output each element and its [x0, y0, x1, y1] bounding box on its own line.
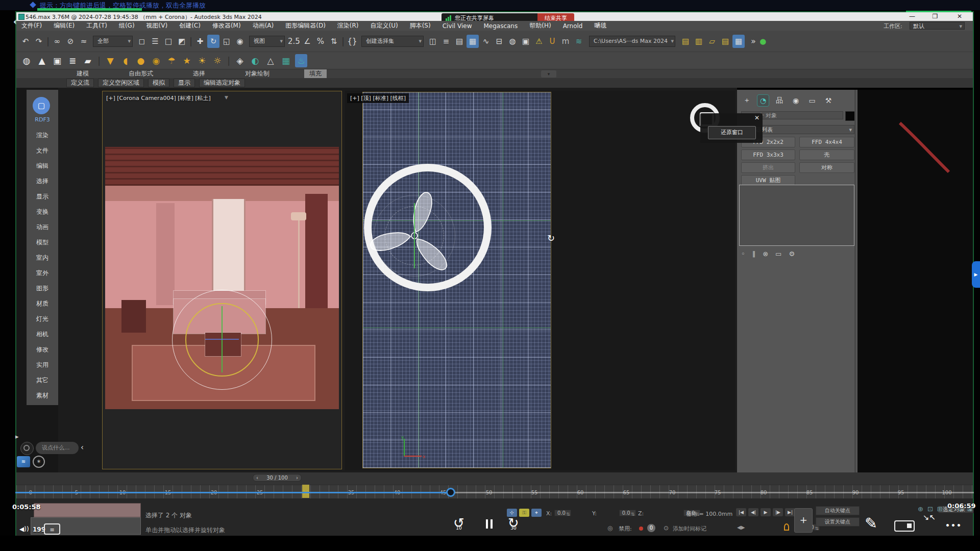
sidebar-item[interactable]: 模型 — [27, 235, 58, 250]
teapot-render-icon[interactable]: ◍ — [20, 54, 33, 67]
menu-item[interactable]: 嗮毯 — [594, 21, 606, 30]
rig-icon[interactable]: △ — [264, 54, 277, 67]
zoom-region-icon[interactable]: ⊞ — [937, 505, 943, 514]
ribbon-subtab[interactable]: 模拟 — [148, 79, 169, 87]
umbrella-light-icon[interactable]: ☂ — [165, 54, 178, 67]
shell-button[interactable]: 壳 — [799, 149, 854, 160]
close-button[interactable]: ✕ — [954, 13, 965, 20]
environment-icon[interactable]: ▲ — [36, 54, 48, 67]
selection-filter-dropdown[interactable]: 全部 — [93, 36, 133, 47]
annotate-pencil-icon[interactable]: ✎ — [865, 514, 877, 532]
angle-snap-icon[interactable]: ∠ — [301, 35, 313, 48]
transport-button[interactable]: ▶ — [761, 508, 771, 516]
forward-30-button[interactable]: ↻ 30 — [508, 516, 519, 531]
danmaku-icon[interactable]: ≡ — [44, 523, 60, 535]
menu-item[interactable]: 组(G) — [119, 21, 135, 30]
ffd-3x3x3-button[interactable]: FFD 3x3x3 — [741, 149, 795, 160]
green-tool-icon[interactable]: ● — [757, 35, 769, 48]
move-icon[interactable]: ✚ — [194, 35, 206, 48]
align-icon[interactable]: ≡ — [440, 35, 452, 48]
select-by-name-icon[interactable]: ☰ — [149, 35, 161, 48]
redo-icon[interactable]: ↷ — [33, 35, 45, 48]
maxscript-icon[interactable]: m — [559, 35, 572, 48]
sidebar-item[interactable]: 动画 — [27, 219, 58, 235]
workspace-dropdown[interactable]: 默认 — [910, 22, 965, 30]
restore-window-button[interactable]: 还原窗口 — [708, 126, 756, 139]
transport-button[interactable]: |▶ — [773, 508, 783, 516]
autosave-icon[interactable]: ▦ — [732, 35, 745, 48]
copy-scene-icon[interactable]: ▱ — [706, 35, 718, 48]
object-color-swatch[interactable] — [845, 111, 855, 121]
dome-light-icon[interactable]: ◖ — [119, 54, 132, 67]
pause-button[interactable] — [486, 519, 493, 529]
bind-spacewarp-icon[interactable]: ≈ — [78, 35, 90, 48]
uvw-map-button[interactable]: UVW 贴图 — [741, 175, 795, 186]
set-key-button[interactable]: 设置关键点 — [816, 517, 860, 527]
material-editor-icon[interactable]: ◍ — [506, 35, 519, 48]
rewind-10-button[interactable]: ↺ 10 — [453, 516, 464, 531]
corona-flame-icon[interactable]: ♨ — [295, 54, 307, 67]
pin-stack-icon[interactable]: ◦ — [741, 250, 745, 258]
menu-item[interactable]: Megascans — [483, 22, 518, 30]
player-plugin-icon[interactable]: ≋ — [17, 456, 30, 467]
sidebar-item[interactable]: 室内 — [27, 250, 58, 265]
current-frame-marker[interactable] — [302, 485, 309, 498]
sidebar-item[interactable]: 渲染 — [27, 128, 58, 143]
menu-item[interactable]: 视图(V) — [146, 21, 168, 30]
ribbon-tab-modeling[interactable]: 建模 — [71, 69, 94, 78]
ribbon-toggle-icon[interactable]: ▦ — [467, 35, 479, 48]
menu-item[interactable]: 创建(C) — [179, 21, 201, 30]
sidebar-logo-icon[interactable]: ▢ — [33, 97, 50, 114]
ribbon-subtab[interactable]: 显示 — [174, 79, 195, 87]
collapse-chat-icon[interactable]: ‹ — [81, 443, 84, 452]
speaker-icon[interactable]: ◀)) — [19, 525, 29, 533]
player-settings-icon[interactable]: * — [33, 456, 45, 468]
auto-key-button[interactable]: 自动关键点 — [816, 506, 860, 515]
ribbon-minimize-icon[interactable]: ▾ — [541, 70, 556, 78]
undo-icon[interactable]: ↶ — [19, 35, 32, 48]
rotate-icon[interactable]: ↻ — [207, 35, 219, 48]
named-selection-icon[interactable]: {} — [346, 35, 358, 48]
layer-manager-icon[interactable]: ▤ — [453, 35, 465, 48]
lock-selection-icon[interactable]: ⚿ — [519, 509, 529, 517]
sun-icon[interactable]: ☀ — [196, 54, 208, 67]
modify-tab-icon[interactable]: ◔ — [757, 95, 769, 106]
wire-sphere-icon[interactable]: ◉ — [150, 54, 162, 67]
remove-modifier-icon[interactable]: ▭ — [775, 250, 781, 258]
set-keys-button[interactable]: ＋ — [794, 508, 813, 533]
remote-control-icon[interactable] — [894, 520, 915, 532]
offset-mode-icon[interactable]: ⌖ — [531, 509, 542, 517]
video-progress-handle[interactable] — [446, 488, 455, 497]
modifier-stack-list[interactable] — [739, 185, 854, 246]
toolbar-separator[interactable]: | — [189, 35, 193, 48]
avatar[interactable] — [20, 442, 34, 455]
named-sets-dropdown[interactable]: 创建选择集 — [361, 36, 424, 47]
mirror-icon[interactable]: ◫ — [427, 35, 439, 48]
sidebar-item[interactable]: 灯光 — [27, 311, 58, 327]
toolbar-separator[interactable]: | — [46, 35, 50, 48]
sphere-light-icon[interactable]: ● — [135, 54, 147, 67]
create-tab-icon[interactable]: ＋ — [741, 95, 752, 106]
symmetry-button[interactable]: 对称 — [799, 162, 854, 173]
extrude-button[interactable]: 挤出 — [741, 162, 795, 173]
ribbon-subtab[interactable]: 定义流 — [66, 79, 94, 87]
film-icon[interactable]: ▦ — [280, 54, 292, 67]
minimize-button[interactable]: — — [907, 13, 917, 20]
frame-prev-icon[interactable]: ‹ — [256, 475, 258, 481]
sidebar-item[interactable]: 变换 — [27, 204, 58, 219]
exit-fullscreen-icon[interactable]: ↘↖ — [923, 514, 936, 521]
scale-icon[interactable]: ◱ — [220, 35, 233, 48]
toolbar-separator[interactable]: | — [341, 35, 345, 48]
sidebar-item[interactable]: 其它 — [27, 372, 58, 388]
menu-item[interactable]: 工具(T) — [86, 21, 107, 30]
percent-snap-icon[interactable]: % — [314, 35, 327, 48]
sidebar-item[interactable]: 实用 — [27, 357, 58, 372]
menu-item[interactable]: 文件(F) — [21, 21, 42, 30]
import-scene-icon[interactable]: ▥ — [693, 35, 705, 48]
menu-item[interactable]: Civil View — [443, 22, 472, 30]
configure-modifier-icon[interactable]: ⚙ — [789, 250, 795, 258]
sidebar-item[interactable]: 室外 — [27, 265, 58, 281]
ribbon-tab-populate[interactable]: 填充 — [304, 69, 327, 78]
ribbon-tab-freeform[interactable]: 自由形式 — [124, 69, 158, 78]
cone-light-icon[interactable]: ▼ — [104, 54, 116, 67]
